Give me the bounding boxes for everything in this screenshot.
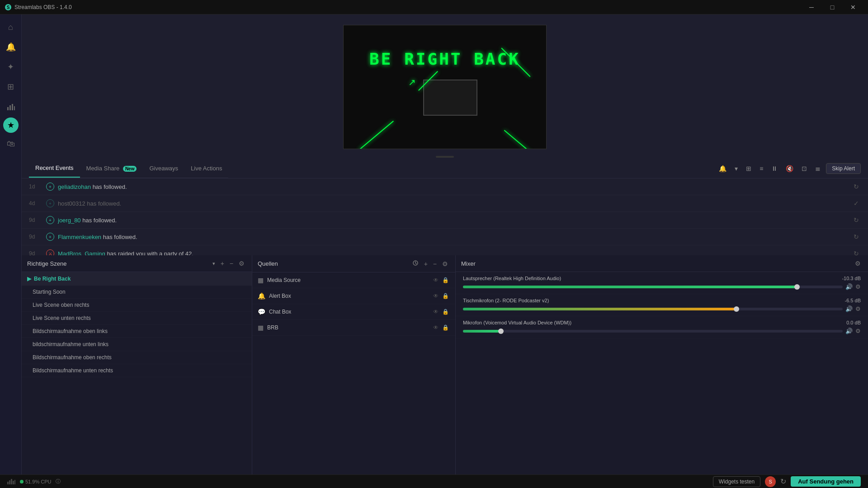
- mixer-mute-button[interactable]: 🔊: [845, 328, 853, 334]
- source-lock-button[interactable]: 🔒: [441, 324, 450, 332]
- source-visibility-button[interactable]: 👁: [432, 276, 439, 284]
- event-row: 9d + joerg_80 has followed. ↻: [22, 212, 868, 229]
- resize-handle[interactable]: [22, 155, 868, 159]
- tab-live-actions[interactable]: Live Actions: [184, 160, 228, 177]
- scene-item[interactable]: Bildschirmaufnahme unten rechts: [22, 364, 252, 377]
- sidebar-icon-alerts[interactable]: 🔔: [2, 38, 20, 56]
- source-lock-button[interactable]: 🔒: [441, 308, 450, 316]
- avatar: S: [765, 476, 776, 487]
- skip-alert-button[interactable]: Skip Alert: [826, 163, 861, 174]
- sources-controls: + − ⚙: [410, 259, 450, 268]
- svg-text:S: S: [7, 5, 10, 10]
- event-replay-button[interactable]: ↻: [852, 249, 861, 255]
- source-visibility-button[interactable]: 👁: [432, 308, 439, 316]
- event-row: 9d + Flammenkueken has followed. ↻: [22, 229, 868, 245]
- source-settings-button[interactable]: ⚙: [440, 259, 450, 268]
- refresh-button[interactable]: ↻: [780, 477, 786, 486]
- mixer-channel-settings-button[interactable]: ⚙: [855, 283, 861, 290]
- sidebar-icon-dashboard[interactable]: ⊞: [2, 78, 20, 96]
- mixer-track[interactable]: [463, 330, 843, 333]
- go-live-button[interactable]: Auf Sendung gehen: [791, 476, 861, 487]
- scene-settings-button[interactable]: ⚙: [237, 259, 246, 268]
- tab-recent-events[interactable]: Recent Events: [29, 159, 80, 178]
- sidebar-icon-tools[interactable]: ✦: [2, 58, 20, 76]
- mixer-channel-settings-button[interactable]: ⚙: [855, 305, 861, 312]
- event-time: 4d: [29, 200, 42, 206]
- scene-item[interactable]: Bildschirmaufnahme oben links: [22, 325, 252, 338]
- mixer-mute-button[interactable]: 🔊: [845, 283, 853, 290]
- follow-icon: +: [46, 199, 54, 207]
- events-toolbar-row: Recent Events Media Share New Giveaways …: [29, 159, 861, 178]
- mixer-channel-header: Tischmikrofon (2- RODE Podcaster v2) -6.…: [463, 298, 861, 303]
- svg-rect-3: [9, 105, 11, 110]
- close-button[interactable]: ✕: [843, 0, 863, 14]
- mixer-track[interactable]: [463, 308, 843, 310]
- sources-list: ▦ Media Source 👁 🔒 🔔 Alert Box 👁 🔒: [252, 272, 455, 336]
- filter-dropdown-button[interactable]: ▾: [732, 163, 741, 174]
- source-lock-button[interactable]: 🔒: [441, 276, 450, 284]
- pause-button[interactable]: ⏸: [769, 163, 780, 174]
- mixer-channel-name: Mikrofon (Voicemod Virtual Audio Device …: [463, 320, 846, 325]
- scenes-panel-title: Richtige Szene: [27, 260, 212, 267]
- mute-button[interactable]: 🔇: [783, 163, 796, 174]
- source-item-media[interactable]: ▦ Media Source 👁 🔒: [252, 272, 455, 288]
- list-view-button[interactable]: ⊡: [799, 163, 810, 174]
- scenes-dropdown-arrow[interactable]: ▾: [212, 261, 215, 267]
- minimize-button[interactable]: ─: [801, 0, 822, 14]
- titlebar: S Streamlabs OBS - 1.4.0 ─ □ ✕: [0, 0, 868, 14]
- grid-view-button[interactable]: ⊞: [743, 163, 754, 174]
- remove-scene-button[interactable]: −: [228, 259, 235, 268]
- maximize-button[interactable]: □: [822, 0, 843, 14]
- tab-media-share[interactable]: Media Share New: [80, 160, 143, 177]
- source-visibility-button[interactable]: 👁: [432, 324, 439, 332]
- event-replay-button[interactable]: ↻: [852, 182, 861, 191]
- mixer-fill: [463, 330, 501, 333]
- widgets-test-button[interactable]: Widgets testen: [713, 476, 760, 487]
- event-replay-button[interactable]: ↻: [852, 232, 861, 241]
- event-user-link[interactable]: geliadizohan: [58, 183, 91, 190]
- source-item-brb[interactable]: ▦ BRB 👁 🔒: [252, 320, 455, 336]
- mixer-channel-3: Mikrofon (Voicemod Virtual Audio Device …: [456, 316, 868, 338]
- events-toolbar: 🔔 ▾ ⊞ ≡ ⏸ 🔇 ⊡ ≣ Skip Alert: [716, 160, 861, 178]
- add-scene-button[interactable]: +: [219, 259, 226, 268]
- mixer-track[interactable]: [463, 286, 843, 288]
- status-left: 51.9% CPU ⓘ: [7, 478, 61, 485]
- mixer-channel-1: Lautsprecher (Realtek High Definition Au…: [456, 272, 868, 294]
- mixer-settings-button[interactable]: ⚙: [853, 259, 863, 268]
- source-visibility-button[interactable]: 👁: [432, 292, 439, 300]
- event-user-link[interactable]: MadBros_Gaming: [58, 250, 105, 256]
- scenes-list: ▶ Be Right Back Starting Soon Live Scene…: [22, 272, 252, 488]
- scene-item[interactable]: Starting Soon: [22, 286, 252, 299]
- preview-inner-box: [423, 80, 477, 116]
- event-check-button[interactable]: ✓: [852, 199, 861, 208]
- detail-view-button[interactable]: ≣: [812, 163, 823, 174]
- scene-item[interactable]: Bildschirmaufnahme oben rechts: [22, 351, 252, 364]
- svg-rect-4: [12, 104, 13, 110]
- source-item-chat[interactable]: 💬 Chat Box 👁 🔒: [252, 304, 455, 320]
- sources-extra-button[interactable]: [410, 259, 420, 268]
- remove-source-button[interactable]: −: [431, 259, 439, 268]
- event-replay-button[interactable]: ↻: [852, 216, 861, 225]
- scene-item[interactable]: bildschirmaufnahme unten links: [22, 338, 252, 351]
- bell-filter-button[interactable]: 🔔: [716, 163, 729, 174]
- mixer-channel-settings-button[interactable]: ⚙: [855, 328, 861, 334]
- event-user-link[interactable]: host00312: [58, 200, 85, 207]
- source-item-alert[interactable]: 🔔 Alert Box 👁 🔒: [252, 288, 455, 304]
- event-user-link[interactable]: joerg_80: [58, 217, 81, 224]
- info-icon[interactable]: ⓘ: [56, 478, 61, 485]
- add-source-button[interactable]: +: [422, 259, 429, 268]
- sidebar-icon-special[interactable]: ★: [3, 117, 19, 133]
- sidebar-icon-home[interactable]: ⌂: [2, 18, 20, 36]
- tab-giveaways[interactable]: Giveaways: [143, 160, 184, 177]
- scene-item[interactable]: Live Scene unten rechts: [22, 312, 252, 325]
- scene-item[interactable]: Live Scene oben rechts: [22, 299, 252, 312]
- sidebar-icon-stats[interactable]: [2, 98, 20, 116]
- filter-button[interactable]: ≡: [757, 163, 766, 174]
- sidebar-icon-store[interactable]: 🛍: [2, 135, 20, 153]
- event-user-link[interactable]: Flammenkueken: [58, 234, 101, 240]
- source-lock-button[interactable]: 🔒: [441, 292, 450, 300]
- bottom-panels: Richtige Szene ▾ + − ⚙ ▶ Be Right Back S…: [22, 255, 868, 488]
- mixer-channel-2: Tischmikrofon (2- RODE Podcaster v2) -6.…: [456, 294, 868, 316]
- mixer-channel-db: -10.3 dB: [842, 276, 861, 281]
- mixer-mute-button[interactable]: 🔊: [845, 305, 853, 312]
